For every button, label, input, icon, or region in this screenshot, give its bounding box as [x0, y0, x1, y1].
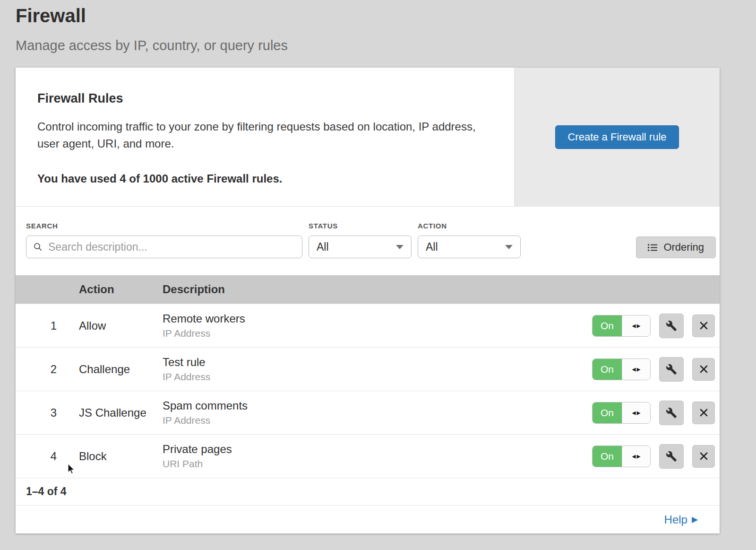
row-number: 2: [16, 363, 79, 376]
card-description: Control incoming traffic to your zone by…: [37, 118, 491, 152]
wrench-icon: [666, 407, 677, 419]
row-controls: On ◂▸: [583, 314, 720, 338]
column-header-action: Action: [79, 283, 163, 296]
row-description: Remote workers IP Address: [163, 312, 583, 339]
row-description: Test rule IP Address: [163, 356, 583, 383]
firewall-rules-card: Firewall Rules Control incoming traffic …: [16, 68, 720, 533]
delete-rule-button[interactable]: [692, 402, 715, 424]
row-number: 1: [16, 319, 79, 332]
close-icon: [699, 365, 708, 374]
toggle-on-label: On: [593, 446, 622, 467]
row-action: JS Challenge: [79, 406, 163, 419]
help-link[interactable]: Help ▶: [664, 513, 698, 526]
row-description-title: Spam comments: [163, 399, 583, 412]
ordering-button[interactable]: Ordering: [636, 236, 716, 258]
create-rule-panel: Create a Firewall rule: [514, 68, 720, 206]
pagination-text: 1–4 of 4: [26, 485, 67, 498]
wrench-icon: [666, 451, 677, 462]
ordering-button-label: Ordering: [663, 241, 704, 253]
page-title: Firewall: [16, 5, 756, 26]
search-box: [26, 236, 302, 258]
row-description: Private pages URI Path: [163, 443, 583, 470]
row-action: Block: [79, 450, 163, 463]
delete-rule-button[interactable]: [692, 358, 715, 381]
action-label: ACTION: [418, 222, 521, 230]
action-select[interactable]: All: [418, 236, 521, 258]
status-filter-group: STATUS All: [309, 222, 412, 258]
search-label: SEARCH: [26, 222, 302, 230]
row-description-title: Test rule: [163, 356, 583, 369]
rule-toggle[interactable]: On ◂▸: [592, 445, 651, 467]
row-description-title: Private pages: [163, 443, 583, 456]
edit-rule-button[interactable]: [659, 357, 684, 382]
edit-rule-button[interactable]: [659, 401, 684, 425]
page-header: Firewall Manage access by IP, country, o…: [0, 0, 756, 53]
page-subtitle: Manage access by IP, country, or query r…: [16, 38, 756, 53]
toggle-arrows-icon: ◂▸: [622, 359, 650, 380]
column-header-description: Description: [163, 283, 583, 296]
rule-toggle[interactable]: On ◂▸: [592, 315, 651, 337]
close-icon: [699, 321, 708, 330]
rule-toggle[interactable]: On ◂▸: [592, 358, 651, 380]
search-icon: [33, 242, 43, 252]
help-link-label: Help: [664, 513, 687, 526]
action-select-value: All: [426, 241, 438, 253]
card-top-section: Firewall Rules Control incoming traffic …: [16, 68, 720, 206]
row-description-subtitle: IP Address: [163, 415, 583, 426]
rules-usage-text: You have used 4 of 1000 active Firewall …: [37, 172, 492, 185]
edit-rule-button[interactable]: [659, 444, 684, 469]
wrench-icon: [666, 364, 677, 375]
table-header: Action Description: [16, 275, 720, 304]
card-intro: Firewall Rules Control incoming traffic …: [16, 68, 514, 206]
filters-bar: SEARCH STATUS All ACTION All: [16, 206, 720, 275]
row-number: 4: [16, 450, 79, 463]
row-number: 3: [16, 406, 79, 419]
row-controls: On ◂▸: [583, 444, 720, 469]
card-heading: Firewall Rules: [37, 91, 492, 106]
row-controls: On ◂▸: [583, 401, 720, 425]
status-select[interactable]: All: [309, 236, 412, 258]
close-icon: [699, 408, 708, 417]
search-input[interactable]: [47, 240, 295, 254]
delete-rule-button[interactable]: [692, 445, 715, 468]
row-action: Allow: [79, 319, 163, 332]
ordered-list-icon: [648, 244, 657, 252]
table-row: 3 JS Challenge Spam comments IP Address …: [16, 391, 720, 434]
help-row: Help ▶: [16, 505, 720, 533]
table-row: 4 Block Private pages URI Path On ◂▸: [16, 434, 720, 478]
row-description-subtitle: IP Address: [163, 371, 583, 383]
row-description: Spam comments IP Address: [163, 399, 583, 426]
table-row: 1 Allow Remote workers IP Address On ◂▸: [16, 304, 720, 347]
row-description-title: Remote workers: [163, 312, 583, 325]
action-filter-group: ACTION All: [418, 222, 521, 258]
row-description-subtitle: IP Address: [163, 328, 583, 339]
status-select-value: All: [317, 241, 329, 253]
toggle-arrows-icon: ◂▸: [622, 402, 650, 423]
close-icon: [699, 452, 708, 461]
toggle-on-label: On: [593, 315, 622, 336]
table-footer: 1–4 of 4: [16, 478, 720, 505]
arrow-right-icon: ▶: [692, 515, 698, 524]
chevron-down-icon: [505, 245, 513, 249]
wrench-icon: [666, 320, 677, 332]
toggle-on-label: On: [593, 402, 622, 423]
toggle-arrows-icon: ◂▸: [622, 446, 650, 467]
row-description-subtitle: URI Path: [163, 458, 583, 470]
toggle-on-label: On: [593, 359, 622, 380]
rules-table: Action Description 1 Allow Remote worker…: [16, 275, 720, 505]
status-label: STATUS: [309, 222, 412, 230]
table-row: 2 Challenge Test rule IP Address On ◂▸: [16, 347, 720, 391]
row-action: Challenge: [79, 363, 163, 376]
chevron-down-icon: [396, 245, 404, 249]
rule-toggle[interactable]: On ◂▸: [592, 402, 651, 424]
edit-rule-button[interactable]: [659, 314, 684, 338]
create-firewall-rule-button[interactable]: Create a Firewall rule: [555, 125, 679, 149]
row-controls: On ◂▸: [583, 357, 720, 382]
search-filter-group: SEARCH: [26, 222, 302, 258]
delete-rule-button[interactable]: [692, 314, 715, 337]
toggle-arrows-icon: ◂▸: [622, 315, 650, 336]
